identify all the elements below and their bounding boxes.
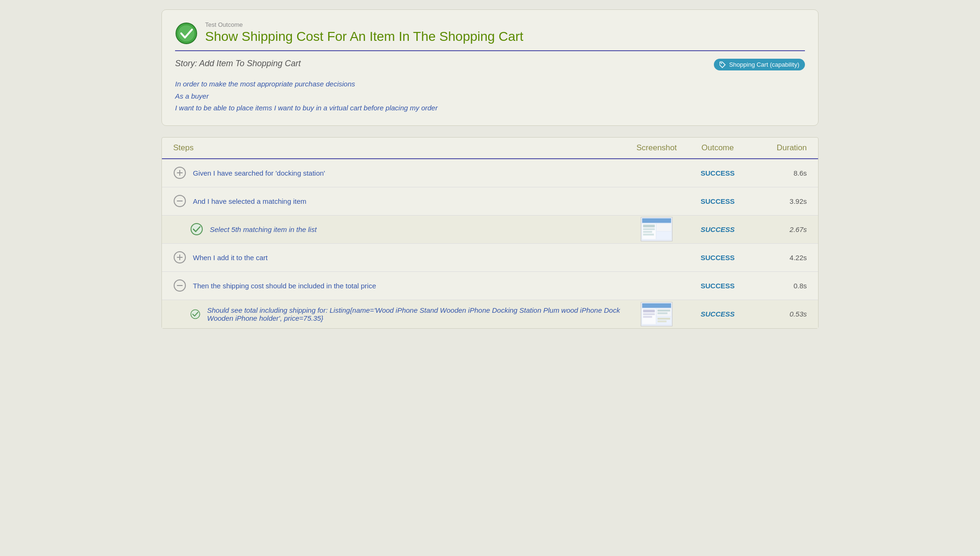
capability-badge[interactable]: Shopping Cart (capability) (714, 59, 805, 70)
step-content: Then the shipping cost should be include… (173, 273, 628, 298)
table-row: And I have selected a matching item SUCC… (162, 187, 818, 216)
story-line-2: As a buyer (175, 90, 805, 102)
duration-cell: 2.67s (750, 225, 807, 233)
svg-rect-34 (658, 317, 670, 319)
header-divider (175, 50, 805, 51)
step-label: And I have selected a matching item (193, 197, 306, 205)
svg-rect-15 (643, 228, 655, 230)
step-pass-icon (190, 308, 200, 321)
col-header-steps: Steps (173, 143, 628, 153)
svg-point-8 (191, 224, 202, 235)
duration-cell: 8.6s (750, 169, 807, 177)
svg-rect-31 (643, 316, 652, 317)
story-line-3: I want to be able to place items I want … (175, 102, 805, 114)
header-card: Test Outcome Show Shipping Cost For An I… (161, 9, 819, 126)
expand-icon[interactable] (173, 166, 186, 179)
step-content: Given I have searched for 'docking stati… (173, 161, 628, 185)
svg-rect-32 (658, 309, 670, 311)
table-row: Given I have searched for 'docking stati… (162, 159, 818, 187)
step-label: When I add it to the cart (193, 254, 268, 262)
svg-rect-16 (643, 231, 652, 233)
duration-cell: 4.22s (750, 254, 807, 262)
collapse-icon[interactable] (173, 194, 186, 208)
outcome-cell: SUCCESS (685, 282, 750, 290)
svg-point-23 (191, 309, 200, 318)
collapse-icon[interactable] (173, 279, 186, 292)
svg-rect-29 (643, 309, 655, 312)
svg-rect-30 (643, 313, 655, 315)
table-row: When I add it to the cart SUCCESS 4.22s (162, 244, 818, 272)
table-row: Then the shipping cost should be include… (162, 272, 818, 300)
outcome-cell: SUCCESS (685, 225, 750, 233)
step-content: When I add it to the cart (173, 245, 628, 270)
step-content: Should see total including shipping for:… (190, 301, 628, 328)
svg-point-2 (721, 62, 722, 63)
test-title: Show Shipping Cost For An Item In The Sh… (205, 29, 805, 44)
table-row: Should see total including shipping for:… (162, 300, 818, 328)
table-row: Select 5th matching item in the list (162, 216, 818, 244)
header-text-block: Test Outcome Show Shipping Cost For An I… (205, 21, 805, 44)
svg-rect-25 (642, 303, 671, 308)
step-label: Then the shipping cost should be include… (193, 282, 376, 290)
screenshot-thumb[interactable] (641, 217, 673, 241)
svg-rect-17 (643, 234, 654, 236)
outcome-label: Test Outcome (205, 21, 805, 28)
col-header-duration: Duration (750, 143, 807, 153)
outcome-cell: SUCCESS (685, 197, 750, 205)
story-label: Story: Add Item To Shopping Cart (175, 59, 301, 69)
screenshot-thumb[interactable] (641, 302, 673, 326)
svg-rect-13 (657, 232, 671, 239)
header-story-row: Story: Add Item To Shopping Cart Shoppin… (175, 59, 805, 70)
table-header: Steps Screenshot Outcome Duration (162, 138, 818, 159)
screenshot-cell[interactable] (628, 217, 685, 241)
capability-badge-text: Shopping Cart (capability) (729, 61, 799, 68)
main-container: Test Outcome Show Shipping Cost For An I… (161, 9, 819, 329)
col-header-outcome: Outcome (685, 143, 750, 153)
svg-rect-14 (643, 224, 655, 227)
pass-icon (175, 22, 198, 45)
outcome-cell: SUCCESS (685, 310, 750, 318)
step-label: Select 5th matching item in the list (210, 225, 317, 233)
svg-rect-10 (642, 218, 671, 223)
step-content: And I have selected a matching item (173, 189, 628, 213)
steps-table: Steps Screenshot Outcome Duration Given … (161, 137, 819, 329)
duration-cell: 0.8s (750, 282, 807, 290)
step-content: Select 5th matching item in the list (190, 217, 628, 241)
screenshot-cell[interactable] (628, 302, 685, 326)
svg-rect-12 (657, 224, 671, 231)
svg-rect-35 (658, 320, 666, 322)
col-header-screenshot: Screenshot (628, 143, 685, 153)
step-pass-icon (190, 223, 203, 236)
duration-cell: 0.53s (750, 310, 807, 318)
duration-cell: 3.92s (750, 197, 807, 205)
story-description: In order to make the most appropriate pu… (175, 78, 805, 114)
step-label: Given I have searched for 'docking stati… (193, 169, 325, 177)
svg-rect-33 (658, 312, 667, 314)
outcome-cell: SUCCESS (685, 254, 750, 262)
step-label: Should see total including shipping for:… (207, 306, 628, 322)
expand-icon[interactable] (173, 251, 186, 264)
tag-icon (720, 62, 726, 68)
outcome-cell: SUCCESS (685, 169, 750, 177)
story-line-1: In order to make the most appropriate pu… (175, 78, 805, 90)
header-top: Test Outcome Show Shipping Cost For An I… (175, 21, 805, 45)
